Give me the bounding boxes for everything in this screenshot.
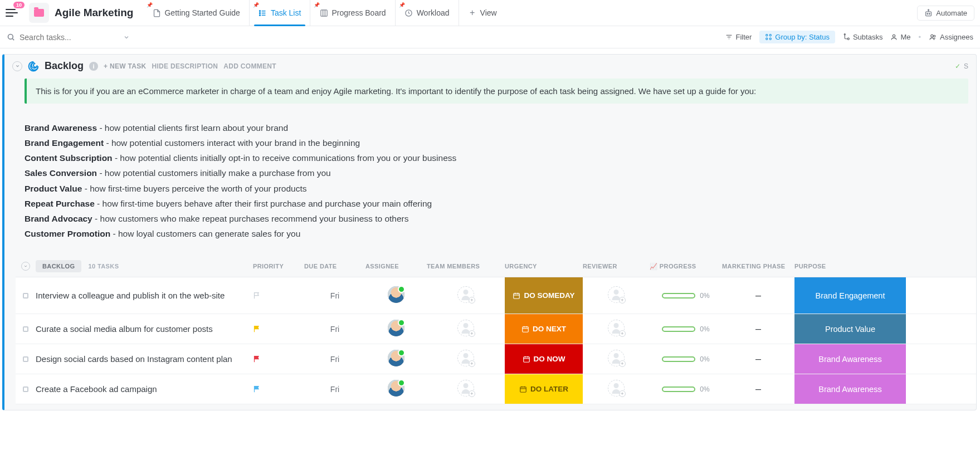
me-button[interactable]: Me [890,33,910,41]
svg-rect-6 [321,9,327,16]
tab-getting-started[interactable]: 📌 Getting Started Guide [143,0,248,26]
assignees-button[interactable]: Assignees [929,33,973,41]
col-team-members[interactable]: TEAM MEMBERS [427,263,505,270]
task-name[interactable]: Curate a social media album for customer… [36,324,218,334]
urgency-cell[interactable]: DO LATER [505,374,583,404]
group-title: Backlog [45,60,84,72]
section-collapse-toggle[interactable] [21,262,30,271]
hide-description-button[interactable]: HIDE DESCRIPTION [152,62,218,70]
urgency-cell[interactable]: DO NOW [505,344,583,374]
add-reviewer[interactable]: + [608,286,625,303]
status-square[interactable] [23,386,28,392]
definition-text: - how customers who make repeat purchase… [92,214,409,223]
progress-cell[interactable]: 0% [650,292,722,300]
table-row[interactable]: Curate a social media album for customer… [16,314,976,344]
add-team-member[interactable]: + [457,286,474,303]
progress-cell[interactable]: 0% [650,325,722,333]
purpose-cell[interactable]: Product Value [794,314,906,344]
priority-flag-icon[interactable] [253,291,304,300]
col-progress[interactable]: 📈 PROGRESS [650,263,722,270]
add-team-member[interactable]: + [457,350,474,366]
definition-item: Brand Engagement - how potential custome… [25,135,968,150]
priority-flag-icon[interactable] [253,385,304,393]
pin-icon: 📌 [399,2,405,8]
collapse-toggle[interactable] [12,61,22,71]
assignee-avatar[interactable] [388,380,404,397]
task-name[interactable]: Create a Facebook ad campaign [36,384,163,394]
task-name[interactable]: Interview a colleague and publish it on … [36,291,230,300]
col-urgency[interactable]: URGENCY [505,263,583,270]
new-task-button[interactable]: + NEW TASK [104,62,146,70]
description-banner: This is for you if you are an eCommerce … [25,79,968,104]
col-priority[interactable]: PRIORITY [253,263,304,270]
filter-button[interactable]: Filter [725,33,752,41]
marketing-phase[interactable]: – [755,353,761,364]
progress-cell[interactable]: 0% [650,385,722,393]
svg-line-16 [12,38,14,40]
search-input[interactable] [19,33,109,42]
urgency-cell[interactable]: DO NEXT [505,314,583,344]
col-purpose[interactable]: PURPOSE [794,263,906,270]
add-reviewer[interactable]: + [608,350,625,366]
purpose-cell[interactable]: Brand Awareness [794,344,906,374]
tab-task-list[interactable]: 📌 Task List [249,0,310,26]
urgency-cell[interactable]: DO SOMEDAY [505,277,583,314]
purpose-cell[interactable]: Brand Engagement [794,277,906,314]
robot-icon [924,9,933,17]
assignee-avatar[interactable] [388,320,404,336]
table-row[interactable]: Create a Facebook ad campaignFri+DO LATE… [16,374,976,404]
automate-label: Automate [936,9,967,17]
add-reviewer[interactable]: + [608,320,625,336]
due-date[interactable]: Fri [330,291,339,300]
marketing-phase[interactable]: – [755,290,761,301]
marketing-phase[interactable]: – [755,323,761,334]
definition-term: Brand Engagement [25,138,104,148]
pin-icon: 📌 [147,2,153,8]
add-team-member[interactable]: + [457,380,474,397]
definition-term: Brand Advocacy [25,214,92,223]
purpose-cell[interactable]: Brand Awareness [794,374,906,404]
status-pill[interactable]: BACKLOG [36,260,81,272]
due-date[interactable]: Fri [330,385,339,394]
due-date[interactable]: Fri [330,325,339,334]
col-marketing-phase[interactable]: MARKETING PHASE [722,263,794,270]
chevron-down-icon[interactable] [123,34,130,41]
add-reviewer[interactable]: + [608,380,625,397]
definition-item: Sales Conversion - how potential custome… [25,165,968,180]
group-by-button[interactable]: Group by: Status [759,31,835,43]
subtasks-button[interactable]: Subtasks [843,33,883,41]
menu-toggle[interactable]: 10 [6,5,21,21]
progress-text: 0% [700,292,709,300]
progress-cell[interactable]: 0% [650,355,722,363]
assignee-avatar[interactable] [388,350,404,366]
tab-progress-board[interactable]: 📌 Progress Board [310,0,394,26]
info-icon[interactable]: i [89,62,98,71]
table-row[interactable]: Interview a colleague and publish it on … [16,277,976,314]
automate-button[interactable]: Automate [917,6,974,21]
col-due-date[interactable]: DUE DATE [304,263,365,270]
definition-term: Repeat Purchase [25,199,95,208]
priority-flag-icon[interactable] [253,325,304,333]
pin-icon: 📌 [314,2,320,8]
priority-flag-icon[interactable] [253,355,304,363]
status-square[interactable] [23,326,28,332]
definition-term: Content Subscription [25,153,113,163]
add-team-member[interactable]: + [457,320,474,336]
tab-workload[interactable]: 📌 Workload [395,0,459,26]
col-reviewer[interactable]: REVIEWER [583,263,650,270]
col-assignee[interactable]: ASSIGNEE [365,263,427,270]
folder-button[interactable] [29,3,49,23]
status-square[interactable] [23,356,28,362]
marketing-phase[interactable]: – [755,383,761,394]
assignee-avatar[interactable] [388,286,404,303]
calendar-icon [513,292,520,300]
status-square[interactable] [23,293,28,298]
due-date[interactable]: Fri [330,355,339,364]
tab-add-view[interactable]: + View [459,0,506,26]
task-name[interactable]: Design social cards based on Instagram c… [36,354,238,364]
table-row[interactable]: Design social cards based on Instagram c… [16,344,976,374]
add-comment-button[interactable]: ADD COMMENT [223,62,276,70]
definition-term: Sales Conversion [25,168,97,178]
backlog-group: Backlog i + NEW TASK HIDE DESCRIPTION AD… [2,54,977,410]
doc-icon [152,8,161,17]
